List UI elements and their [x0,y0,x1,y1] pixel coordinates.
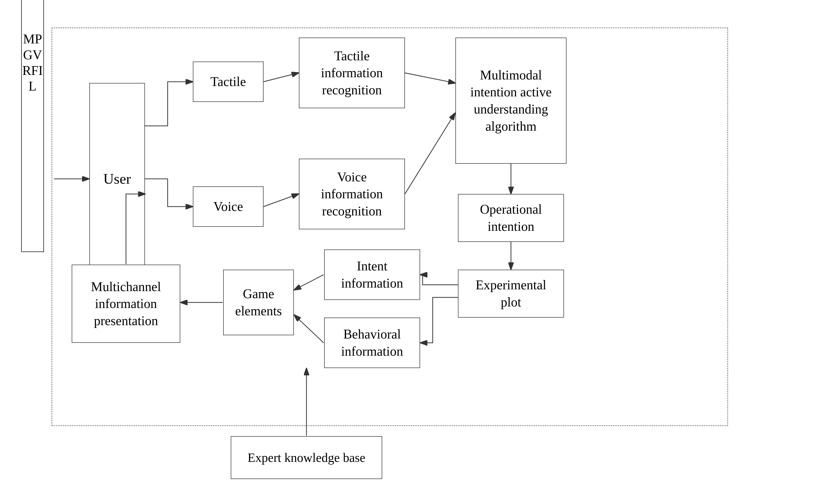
voice-recognition-box: Voiceinformationrecognition [299,159,405,229]
expert-knowledge-box: Expert knowledge base [231,436,382,479]
game-elements-box: Gameelements [223,270,294,335]
user-box: User [89,83,145,275]
behavioral-information-box: Behavioralinformation [324,318,420,368]
tactile-recognition-box: Tactileinformationrecognition [299,37,405,108]
diagram-container: MPGVRFIL User Tactile Voice Tactileinfor… [21,12,804,492]
operational-box: Operationalintention [458,194,564,242]
multimodal-box: Multimodalintention activeunderstandinga… [455,37,567,164]
multichannel-box: Multichannelinformationpresentation [72,265,180,343]
experimental-box: Experimentalplot [458,270,564,318]
left-label: MPGVRFIL [21,0,44,252]
intent-information-box: Intentinformation [324,249,420,300]
tactile-box: Tactile [193,62,264,102]
voice-box: Voice [193,186,264,227]
